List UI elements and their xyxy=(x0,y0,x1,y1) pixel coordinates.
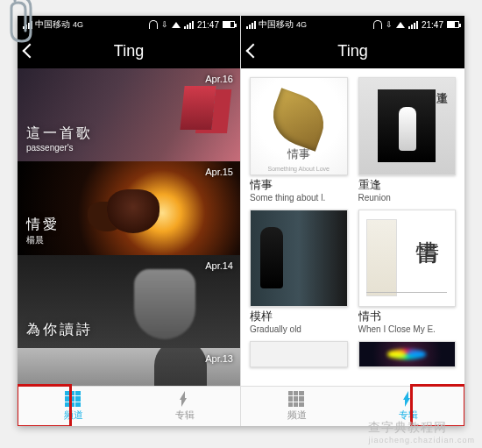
album-cover: 情書 xyxy=(358,210,457,308)
feed-subtitle: passenger's xyxy=(26,143,93,153)
album-title: 情书 xyxy=(358,309,457,324)
album-subtitle: Reunion xyxy=(358,193,457,203)
phone-left-channel-view: 中国移动 4G ⇩ 21:47 Ting Apr.16 xyxy=(18,16,241,426)
feed-subtitle: 楊晨 xyxy=(26,234,60,246)
watermark: 查字典教程网 jiaocheng.chazidian.com xyxy=(368,420,475,444)
album-subtitle: Some thing about l. xyxy=(250,193,348,203)
paperclip-decoration xyxy=(4,0,39,44)
album-item[interactable]: 情事 Something About Love 情事 Some thing ab… xyxy=(250,77,348,203)
signal-icon-2 xyxy=(184,21,194,29)
screenshots-container: 中国移动 4G ⇩ 21:47 Ting Apr.16 xyxy=(18,16,464,426)
album-cover: 重逢 xyxy=(358,77,457,175)
tab-channel[interactable]: 频道 xyxy=(18,387,129,426)
feed-item[interactable]: Apr.14 為你讀詩 xyxy=(18,255,240,348)
album-title: 情事 xyxy=(250,177,348,193)
channel-feed[interactable]: Apr.16 這一首歌 passenger's Apr.15 情愛 楊晨 xyxy=(18,68,240,386)
network-label: 4G xyxy=(73,20,83,29)
headphone-icon xyxy=(373,20,382,29)
feed-date: Apr.16 xyxy=(205,74,233,84)
tab-label: 频道 xyxy=(64,409,83,422)
album-cover xyxy=(358,341,457,367)
battery-icon xyxy=(223,21,235,28)
status-bar: 中国移动 4G ⇩ 21:47 xyxy=(18,16,240,33)
download-icon: ⇩ xyxy=(386,20,393,29)
status-bar: 中国移动 4G ⇩ 21:47 xyxy=(241,16,464,33)
feed-title: 為你讀詩 xyxy=(26,321,93,339)
clock-label: 21:47 xyxy=(422,20,443,30)
page-title: Ting xyxy=(337,42,367,60)
feed-title: 這一首歌 xyxy=(26,124,93,143)
tab-album[interactable]: 专辑 xyxy=(129,387,240,426)
battery-icon xyxy=(447,21,459,28)
feed-date: Apr.14 xyxy=(205,260,233,271)
album-cover: 模樣 xyxy=(250,210,348,308)
signal-icon xyxy=(246,21,256,29)
clock-label: 21:47 xyxy=(197,20,219,30)
wifi-icon xyxy=(396,22,405,28)
carrier-label: 中国移动 xyxy=(259,18,294,31)
album-subtitle: Gradually old xyxy=(250,324,348,334)
album-title: 模样 xyxy=(250,309,348,324)
feed-item[interactable]: Apr.15 情愛 楊晨 xyxy=(18,161,240,254)
feed-title: 情愛 xyxy=(26,216,60,234)
album-cover xyxy=(250,341,348,367)
tab-label: 专辑 xyxy=(175,409,195,422)
album-item[interactable]: 情書 情书 When I Close My E. xyxy=(358,210,457,335)
phone-right-album-view: 中国移动 4G ⇩ 21:47 Ting 情事 xyxy=(241,16,464,426)
app-header: Ting xyxy=(241,33,464,68)
album-cover: 情事 Something About Love xyxy=(250,77,348,175)
grid-icon xyxy=(65,391,81,407)
grid-icon xyxy=(288,391,304,407)
back-icon[interactable] xyxy=(23,44,38,59)
carrier-label: 中国移动 xyxy=(35,18,70,31)
tab-label: 频道 xyxy=(287,409,307,422)
tab-channel[interactable]: 频道 xyxy=(241,387,353,426)
network-label: 4G xyxy=(296,20,307,29)
download-icon: ⇩ xyxy=(161,20,168,29)
album-item[interactable]: 重逢 重逢 Reunion xyxy=(358,77,457,203)
headphone-icon xyxy=(149,20,158,29)
signal-icon-2 xyxy=(408,21,418,29)
feed-date: Apr.13 xyxy=(205,353,233,364)
feed-item[interactable]: Apr.16 這一首歌 passenger's xyxy=(18,68,240,161)
wifi-icon xyxy=(172,22,181,28)
feed-item[interactable]: Apr.13 xyxy=(18,348,240,386)
album-title: 重逢 xyxy=(358,177,457,193)
back-icon[interactable] xyxy=(246,44,261,59)
album-item[interactable] xyxy=(250,341,348,367)
app-header: Ting xyxy=(18,33,240,68)
album-subtitle: When I Close My E. xyxy=(358,324,457,334)
album-item[interactable] xyxy=(358,341,457,367)
tab-bar: 频道 专辑 xyxy=(18,386,240,426)
feed-date: Apr.15 xyxy=(205,167,233,177)
album-item[interactable]: 模樣 模样 Gradually old xyxy=(250,210,348,335)
page-title: Ting xyxy=(114,42,144,60)
album-grid[interactable]: 情事 Something About Love 情事 Some thing ab… xyxy=(241,68,464,386)
